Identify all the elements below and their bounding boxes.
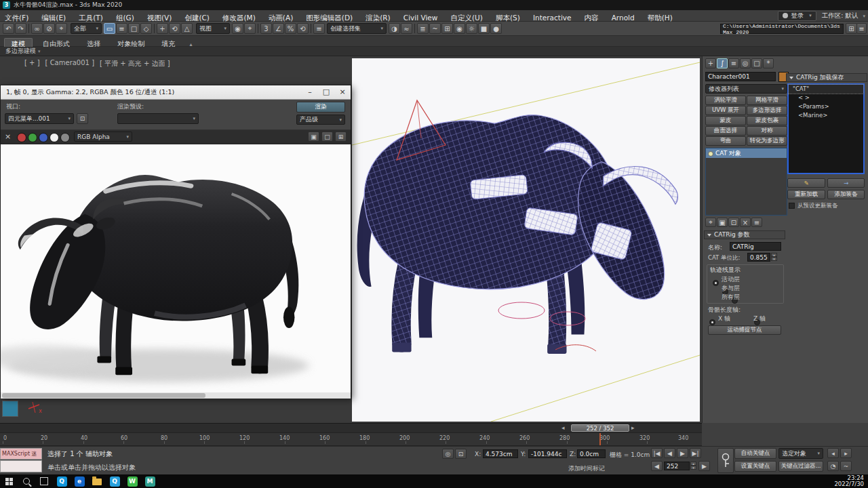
- percent-snap-icon[interactable]: %: [285, 23, 296, 34]
- mini-curve-editor-icon[interactable]: ~: [840, 461, 852, 471]
- project-folder-icon[interactable]: ⊞: [846, 23, 857, 34]
- motion-capture-node-button[interactable]: 运动捕捉节点: [708, 325, 781, 335]
- channel-display-dropdown[interactable]: RGB Alpha▾: [74, 131, 132, 142]
- layer-manager-icon[interactable]: ≣: [417, 23, 429, 34]
- show-end-result-icon[interactable]: ▣: [717, 218, 728, 227]
- modifier-stack[interactable]: CAT 对象: [705, 148, 787, 216]
- minimize-button[interactable]: –: [302, 85, 318, 98]
- add-time-tag[interactable]: 添加时间标记: [568, 464, 605, 473]
- mono-channel-button[interactable]: [60, 133, 70, 142]
- taskbar-app-explorer[interactable]: [88, 474, 106, 488]
- auto-key-button[interactable]: 自动关键点: [734, 448, 776, 459]
- window-crossing-icon[interactable]: ◇: [140, 23, 152, 34]
- set-keys-button[interactable]: [717, 448, 734, 473]
- wireframe-buffalo-model[interactable]: [352, 58, 700, 422]
- y-coord-field[interactable]: -101.944c: [528, 449, 567, 458]
- skin-wrap-button[interactable]: 蒙皮包裹: [747, 116, 787, 125]
- list-item[interactable]: <Marine>: [789, 111, 863, 120]
- symmetry-button[interactable]: 对称: [747, 126, 787, 136]
- align-icon[interactable]: ≈: [401, 23, 412, 34]
- use-pivot-center-icon[interactable]: ◉: [232, 23, 243, 34]
- list-item[interactable]: < >: [789, 94, 863, 102]
- go-to-start-icon[interactable]: |◀: [651, 448, 663, 458]
- rect-selection-region-icon[interactable]: □: [128, 23, 140, 34]
- rig-preset-list[interactable]: "CAT" < > <Params> <Marine>: [787, 83, 865, 174]
- maxscript-listener-lane[interactable]: [0, 460, 42, 472]
- rig-name-field[interactable]: CATRig: [730, 242, 781, 251]
- object-name-field[interactable]: Character001: [705, 72, 776, 81]
- track-bar[interactable]: 0 20 40 60 80 100 120 140 160 180 200 22…: [0, 432, 702, 446]
- rfw-horizontal-scrollbar[interactable]: [1, 392, 351, 399]
- taskbar-clock[interactable]: 23:24 2022/7/30: [834, 475, 864, 487]
- material-editor-icon[interactable]: ◉: [454, 23, 465, 34]
- previous-frame-icon[interactable]: ◀: [664, 448, 675, 458]
- schematic-view-icon[interactable]: ⊞: [441, 23, 453, 34]
- copy-image-icon[interactable]: □: [321, 131, 333, 142]
- taskbar-app-misc[interactable]: M: [141, 474, 159, 488]
- catrig-params-rollout-header[interactable]: CATRig 参数: [704, 230, 785, 239]
- motion-tab-icon[interactable]: ◎: [740, 58, 751, 68]
- current-frame-marker[interactable]: [599, 433, 601, 445]
- ribbon-panel-polygon-modeling[interactable]: 多边形建模: [5, 47, 36, 54]
- render-quality-dropdown[interactable]: 产品级▾: [296, 115, 345, 125]
- taskbar-app-browser[interactable]: e: [71, 474, 88, 488]
- undo-icon[interactable]: ↶: [3, 23, 14, 34]
- play-animation-icon[interactable]: ▶: [677, 448, 688, 458]
- reload-rig-button[interactable]: 重新加载: [787, 190, 825, 199]
- taskbar-app-qq2[interactable]: Q: [106, 474, 123, 488]
- create-tab-icon[interactable]: +: [705, 58, 716, 68]
- set-key-button[interactable]: 设置关键点: [734, 461, 776, 472]
- minimized-window-thumb[interactable]: [2, 401, 18, 417]
- x-coord-field[interactable]: 4.573cm: [483, 449, 518, 458]
- close-button[interactable]: ×: [334, 85, 351, 98]
- green-channel-button[interactable]: [28, 133, 37, 142]
- taskbar-app-wechat[interactable]: W: [123, 474, 141, 488]
- frame-forward-icon[interactable]: ▸: [631, 424, 635, 431]
- skin-button[interactable]: 蒙皮: [705, 116, 746, 125]
- angle-snap-icon[interactable]: ∠: [273, 23, 284, 34]
- cat-unit-spinner[interactable]: ▴▾: [771, 253, 777, 261]
- viewport-general-menu[interactable]: [ + ]: [24, 59, 40, 68]
- surface-select-button[interactable]: 曲面选择: [705, 126, 746, 136]
- rendered-frame-window-icon[interactable]: ■: [478, 23, 490, 34]
- selection-filter-dropdown[interactable]: 全部▾: [71, 23, 102, 34]
- modifier-list-dropdown[interactable]: 修改器列表▾: [705, 84, 787, 94]
- remove-modifier-icon[interactable]: ×: [740, 218, 751, 227]
- list-item[interactable]: <Params>: [789, 102, 863, 111]
- select-manipulate-icon[interactable]: ⌖: [244, 23, 256, 34]
- rendered-frame-window[interactable]: 1, 帧 0, 显示 Gamma: 2.2, RGBA 颜色 16 位/通道 (…: [0, 85, 351, 397]
- spinner-snap-icon[interactable]: ⟲: [297, 23, 309, 34]
- utilities-tab-icon[interactable]: *: [763, 58, 774, 68]
- toolbar-overflow-icon[interactable]: ≡: [856, 23, 867, 34]
- scrollbar-thumb[interactable]: [2, 393, 205, 398]
- reference-coordinate-dropdown[interactable]: 视图▾: [196, 23, 230, 34]
- render-production-icon[interactable]: ●: [490, 23, 502, 34]
- selection-lock-icon[interactable]: ⊡: [455, 449, 467, 459]
- isolate-selection-icon[interactable]: ◎: [442, 449, 454, 459]
- select-object-icon[interactable]: ▭: [104, 23, 115, 34]
- previous-key-icon[interactable]: ◀: [651, 461, 663, 471]
- update-from-preset-checkbox[interactable]: [789, 203, 795, 209]
- unlink-icon[interactable]: ⊘: [43, 23, 55, 34]
- modify-tab-icon[interactable]: ∫: [717, 58, 728, 68]
- uvw-unwrap-button[interactable]: UVW 展开: [705, 106, 746, 115]
- key-tangent-out-icon[interactable]: ▸: [840, 448, 852, 458]
- clone-window-icon[interactable]: ⊞: [335, 131, 347, 142]
- bend-button[interactable]: 弯曲: [705, 136, 746, 146]
- clear-image-icon[interactable]: ×: [5, 132, 11, 141]
- redo-icon[interactable]: ↷: [15, 23, 26, 34]
- current-frame-field[interactable]: 252: [664, 462, 690, 470]
- maxscript-mini-listener[interactable]: MAXScript 迷: [0, 448, 42, 460]
- render-setup-icon[interactable]: ☼: [466, 23, 477, 34]
- stack-item-cat-object[interactable]: CAT 对象: [706, 148, 787, 158]
- viewport-shading-menu[interactable]: [ 平滑 + 高光 + 边面 ]: [100, 59, 170, 68]
- go-to-end-icon[interactable]: ▶|: [690, 448, 701, 458]
- taskbar-app-qq[interactable]: Q: [53, 474, 71, 488]
- poly-select-button[interactable]: 多边形选择: [747, 106, 787, 115]
- next-key-icon[interactable]: ▶: [698, 461, 710, 471]
- rfw-title-bar[interactable]: 1, 帧 0, 显示 Gamma: 2.2, RGBA 颜色 16 位/通道 (…: [1, 85, 351, 100]
- save-image-icon[interactable]: ▣: [308, 131, 319, 142]
- catrig-loadsave-rollout-header[interactable]: CATRig 加载保存: [786, 73, 867, 82]
- curve-editor-icon[interactable]: ~: [429, 23, 441, 34]
- radio-active-layer[interactable]: [713, 280, 719, 286]
